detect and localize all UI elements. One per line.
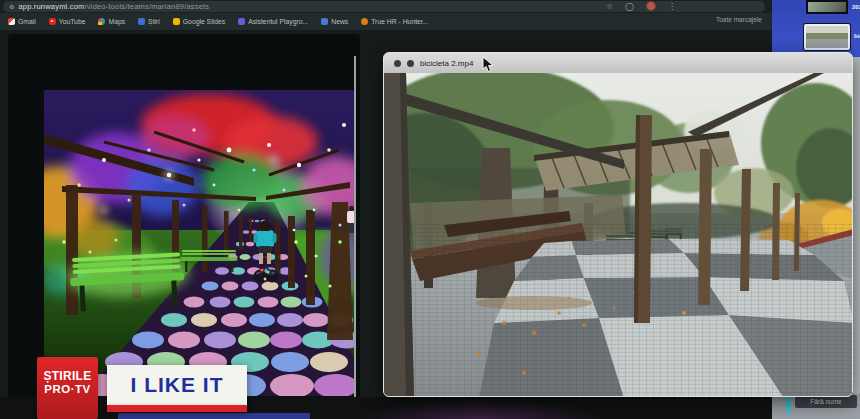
bottom-glow bbox=[360, 400, 600, 419]
screen-edge-highlight bbox=[354, 56, 356, 398]
show-banner-text: I LIKE IT bbox=[131, 373, 224, 397]
assets-panel: 202 bici bbox=[772, 0, 860, 57]
selection-accent-bar bbox=[786, 396, 791, 413]
show-banner-red-stripe bbox=[107, 405, 247, 412]
browser-chrome: ⚙ app.runwayml.com/video-tools/teams/mar… bbox=[0, 0, 772, 30]
bookmark-truehr[interactable]: True HR - Hunter... bbox=[361, 18, 428, 25]
site-info-icon[interactable]: ⚙ bbox=[9, 4, 14, 10]
asset-thumbnail-1[interactable] bbox=[806, 0, 848, 14]
address-bar-row: ⚙ app.runwayml.com/video-tools/teams/mar… bbox=[0, 0, 772, 13]
channel-line2: PRO·TV bbox=[37, 383, 98, 397]
window-close-icon[interactable] bbox=[394, 60, 401, 67]
all-bookmarks-label[interactable]: Toate marcajele bbox=[716, 16, 762, 23]
video-player-window[interactable]: bicicleta 2.mp4 bbox=[383, 52, 853, 397]
channel-line1: ȘTIRILE bbox=[37, 370, 98, 383]
window-title: bicicleta 2.mp4 bbox=[420, 59, 473, 68]
park-video-canvas bbox=[384, 73, 853, 397]
lower-third-bar bbox=[118, 413, 310, 419]
cobblestone-plaza bbox=[384, 223, 853, 397]
slides-icon bbox=[173, 18, 180, 25]
assistant-icon bbox=[238, 18, 245, 25]
news-icon bbox=[321, 18, 328, 25]
url-text[interactable]: app.runwayml.com/video-tools/teams/maria… bbox=[18, 2, 209, 11]
maps-pin-icon bbox=[98, 18, 105, 25]
profile-avatar[interactable] bbox=[646, 1, 656, 11]
bookmark-maps[interactable]: Maps bbox=[98, 18, 125, 25]
mouse-cursor bbox=[482, 57, 496, 73]
ai-art-canvas bbox=[44, 90, 354, 396]
ai-generated-video bbox=[44, 90, 354, 396]
asset-thumbnail-2-selected[interactable] bbox=[804, 24, 850, 50]
asset-label-1: 202 bbox=[852, 4, 860, 10]
truehr-icon bbox=[361, 18, 368, 25]
park-video-frame[interactable] bbox=[384, 73, 853, 397]
bookmark-gmail[interactable]: Gmail bbox=[8, 18, 36, 25]
screen: ⚙ app.runwayml.com/video-tools/teams/mar… bbox=[0, 0, 860, 419]
background-right-strip bbox=[853, 57, 860, 394]
window-menu-icon[interactable] bbox=[407, 60, 414, 67]
channel-logo: ȘTIRILE PRO·TV bbox=[37, 357, 98, 419]
gmail-icon bbox=[8, 18, 15, 25]
extensions-icon[interactable]: ◯ bbox=[625, 2, 634, 11]
browser-actions: ☆ ◯ ⋮ bbox=[606, 1, 676, 11]
bookmark-star-icon[interactable]: ☆ bbox=[606, 2, 613, 11]
bookmark-google-slides[interactable]: Google Slides bbox=[173, 18, 225, 25]
window-titlebar[interactable]: bicicleta 2.mp4 bbox=[384, 53, 852, 73]
stiri-icon bbox=[138, 18, 145, 25]
bookmark-news[interactable]: News bbox=[321, 18, 348, 25]
bookmark-asistentul[interactable]: Asistentul Playgro... bbox=[238, 18, 308, 25]
menu-kebab-icon[interactable]: ⋮ bbox=[668, 2, 676, 11]
youtube-icon bbox=[49, 18, 56, 25]
asset-label-2: bici bbox=[854, 33, 860, 39]
url-path: /video-tools/teams/marian89/assets bbox=[85, 2, 210, 11]
show-banner: I LIKE IT bbox=[107, 365, 247, 405]
bookmark-youtube[interactable]: YouTube bbox=[49, 18, 86, 25]
bookmarks-bar: Gmail YouTube Maps Știri Google Slides A… bbox=[0, 13, 772, 30]
bookmark-stiri[interactable]: Știri bbox=[138, 18, 160, 25]
